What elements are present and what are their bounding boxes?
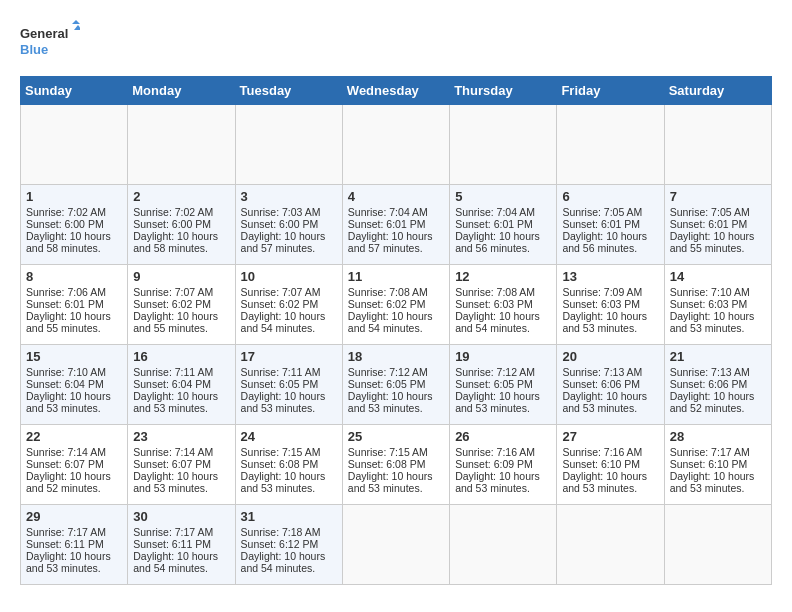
sunrise: Sunrise: 7:15 AM — [241, 446, 321, 458]
calendar-cell: 7Sunrise: 7:05 AMSunset: 6:01 PMDaylight… — [664, 185, 771, 265]
daylight: Daylight: 10 hours and 57 minutes. — [241, 230, 326, 254]
header-row: SundayMondayTuesdayWednesdayThursdayFrid… — [21, 77, 772, 105]
daylight: Daylight: 10 hours and 55 minutes. — [133, 310, 218, 334]
sunset: Sunset: 6:08 PM — [348, 458, 426, 470]
sunrise: Sunrise: 7:06 AM — [26, 286, 106, 298]
day-number: 30 — [133, 509, 229, 524]
weekday-header: Sunday — [21, 77, 128, 105]
sunset: Sunset: 6:04 PM — [26, 378, 104, 390]
sunset: Sunset: 6:03 PM — [670, 298, 748, 310]
sunset: Sunset: 6:03 PM — [562, 298, 640, 310]
sunset: Sunset: 6:10 PM — [670, 458, 748, 470]
sunrise: Sunrise: 7:14 AM — [26, 446, 106, 458]
calendar-cell: 11Sunrise: 7:08 AMSunset: 6:02 PMDayligh… — [342, 265, 449, 345]
sunrise: Sunrise: 7:08 AM — [348, 286, 428, 298]
daylight: Daylight: 10 hours and 56 minutes. — [455, 230, 540, 254]
sunrise: Sunrise: 7:02 AM — [133, 206, 213, 218]
daylight: Daylight: 10 hours and 55 minutes. — [670, 230, 755, 254]
sunset: Sunset: 6:04 PM — [133, 378, 211, 390]
calendar-cell — [450, 105, 557, 185]
calendar-week: 22Sunrise: 7:14 AMSunset: 6:07 PMDayligh… — [21, 425, 772, 505]
calendar-cell: 2Sunrise: 7:02 AMSunset: 6:00 PMDaylight… — [128, 185, 235, 265]
calendar-cell — [664, 505, 771, 585]
daylight: Daylight: 10 hours and 55 minutes. — [26, 310, 111, 334]
daylight: Daylight: 10 hours and 53 minutes. — [348, 390, 433, 414]
sunset: Sunset: 6:05 PM — [241, 378, 319, 390]
calendar-cell: 28Sunrise: 7:17 AMSunset: 6:10 PMDayligh… — [664, 425, 771, 505]
sunset: Sunset: 6:01 PM — [455, 218, 533, 230]
calendar-cell — [342, 105, 449, 185]
sunrise: Sunrise: 7:13 AM — [562, 366, 642, 378]
calendar-cell: 15Sunrise: 7:10 AMSunset: 6:04 PMDayligh… — [21, 345, 128, 425]
daylight: Daylight: 10 hours and 58 minutes. — [26, 230, 111, 254]
calendar-cell: 14Sunrise: 7:10 AMSunset: 6:03 PMDayligh… — [664, 265, 771, 345]
sunrise: Sunrise: 7:12 AM — [455, 366, 535, 378]
calendar-cell: 20Sunrise: 7:13 AMSunset: 6:06 PMDayligh… — [557, 345, 664, 425]
calendar-week — [21, 105, 772, 185]
sunset: Sunset: 6:07 PM — [133, 458, 211, 470]
day-number: 1 — [26, 189, 122, 204]
day-number: 15 — [26, 349, 122, 364]
calendar-cell — [450, 505, 557, 585]
sunset: Sunset: 6:00 PM — [133, 218, 211, 230]
daylight: Daylight: 10 hours and 53 minutes. — [348, 470, 433, 494]
sunset: Sunset: 6:08 PM — [241, 458, 319, 470]
day-number: 5 — [455, 189, 551, 204]
sunset: Sunset: 6:01 PM — [26, 298, 104, 310]
daylight: Daylight: 10 hours and 53 minutes. — [26, 550, 111, 574]
sunrise: Sunrise: 7:04 AM — [348, 206, 428, 218]
day-number: 23 — [133, 429, 229, 444]
calendar-cell: 1Sunrise: 7:02 AMSunset: 6:00 PMDaylight… — [21, 185, 128, 265]
sunrise: Sunrise: 7:16 AM — [562, 446, 642, 458]
calendar-cell: 9Sunrise: 7:07 AMSunset: 6:02 PMDaylight… — [128, 265, 235, 345]
calendar-cell: 5Sunrise: 7:04 AMSunset: 6:01 PMDaylight… — [450, 185, 557, 265]
sunset: Sunset: 6:01 PM — [562, 218, 640, 230]
calendar-cell: 27Sunrise: 7:16 AMSunset: 6:10 PMDayligh… — [557, 425, 664, 505]
svg-text:Blue: Blue — [20, 42, 48, 57]
sunrise: Sunrise: 7:08 AM — [455, 286, 535, 298]
daylight: Daylight: 10 hours and 53 minutes. — [670, 310, 755, 334]
day-number: 19 — [455, 349, 551, 364]
sunset: Sunset: 6:02 PM — [348, 298, 426, 310]
sunrise: Sunrise: 7:17 AM — [133, 526, 213, 538]
sunset: Sunset: 6:02 PM — [133, 298, 211, 310]
sunrise: Sunrise: 7:07 AM — [133, 286, 213, 298]
sunrise: Sunrise: 7:02 AM — [26, 206, 106, 218]
calendar-cell: 26Sunrise: 7:16 AMSunset: 6:09 PMDayligh… — [450, 425, 557, 505]
calendar-cell: 22Sunrise: 7:14 AMSunset: 6:07 PMDayligh… — [21, 425, 128, 505]
calendar-cell: 12Sunrise: 7:08 AMSunset: 6:03 PMDayligh… — [450, 265, 557, 345]
day-number: 22 — [26, 429, 122, 444]
daylight: Daylight: 10 hours and 52 minutes. — [26, 470, 111, 494]
sunset: Sunset: 6:09 PM — [455, 458, 533, 470]
sunset: Sunset: 6:11 PM — [133, 538, 211, 550]
svg-marker-3 — [74, 25, 80, 30]
day-number: 18 — [348, 349, 444, 364]
sunrise: Sunrise: 7:18 AM — [241, 526, 321, 538]
calendar-cell: 8Sunrise: 7:06 AMSunset: 6:01 PMDaylight… — [21, 265, 128, 345]
day-number: 3 — [241, 189, 337, 204]
daylight: Daylight: 10 hours and 58 minutes. — [133, 230, 218, 254]
daylight: Daylight: 10 hours and 54 minutes. — [455, 310, 540, 334]
calendar-cell: 21Sunrise: 7:13 AMSunset: 6:06 PMDayligh… — [664, 345, 771, 425]
day-number: 11 — [348, 269, 444, 284]
calendar-cell: 10Sunrise: 7:07 AMSunset: 6:02 PMDayligh… — [235, 265, 342, 345]
weekday-header: Wednesday — [342, 77, 449, 105]
sunrise: Sunrise: 7:10 AM — [670, 286, 750, 298]
calendar-cell: 13Sunrise: 7:09 AMSunset: 6:03 PMDayligh… — [557, 265, 664, 345]
daylight: Daylight: 10 hours and 54 minutes. — [133, 550, 218, 574]
day-number: 31 — [241, 509, 337, 524]
day-number: 29 — [26, 509, 122, 524]
day-number: 16 — [133, 349, 229, 364]
sunrise: Sunrise: 7:05 AM — [670, 206, 750, 218]
daylight: Daylight: 10 hours and 53 minutes. — [26, 390, 111, 414]
day-number: 6 — [562, 189, 658, 204]
sunrise: Sunrise: 7:16 AM — [455, 446, 535, 458]
calendar-cell: 6Sunrise: 7:05 AMSunset: 6:01 PMDaylight… — [557, 185, 664, 265]
daylight: Daylight: 10 hours and 54 minutes. — [241, 550, 326, 574]
calendar-cell — [557, 105, 664, 185]
day-number: 4 — [348, 189, 444, 204]
daylight: Daylight: 10 hours and 56 minutes. — [562, 230, 647, 254]
sunset: Sunset: 6:05 PM — [455, 378, 533, 390]
daylight: Daylight: 10 hours and 53 minutes. — [562, 390, 647, 414]
sunrise: Sunrise: 7:07 AM — [241, 286, 321, 298]
